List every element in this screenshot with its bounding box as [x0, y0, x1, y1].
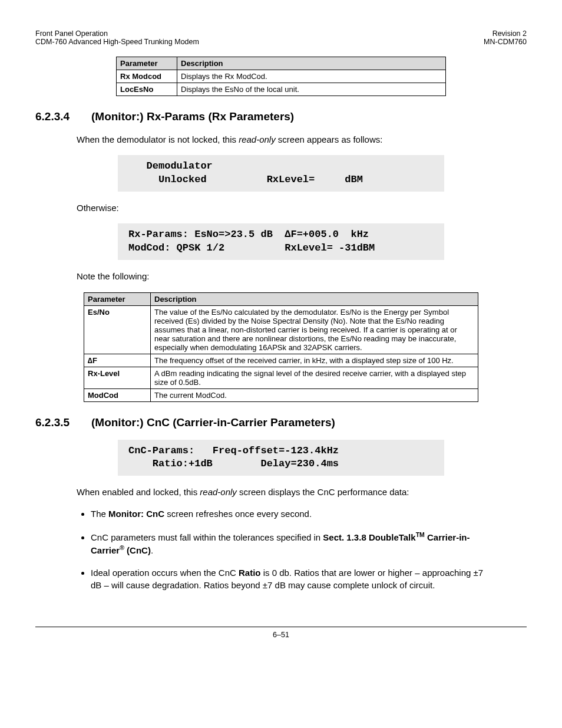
table-row: ModCod The current ModCod. — [84, 388, 478, 401]
paragraph: When enabled and locked, this read-only … — [77, 486, 527, 498]
page-footer: 6–51 — [35, 627, 527, 639]
param-name: Rx-Level — [84, 367, 151, 388]
page-number: 6–51 — [273, 631, 289, 639]
header-section: Front Panel Operation — [35, 29, 108, 38]
page-header: Front Panel Operation CDM-760 Advanced H… — [35, 29, 527, 46]
bullet-list: The Monitor: CnC screen refreshes once e… — [77, 508, 491, 591]
param-name: ∆F — [84, 354, 151, 367]
section-title: (Monitor:) Rx-Params (Rx Parameters) — [91, 110, 294, 123]
param-desc: The frequency offset of the received car… — [151, 354, 478, 367]
header-docnum: MN-CDM760 — [484, 38, 527, 46]
table-row: Es/No The value of the Es/No calculated … — [84, 305, 478, 354]
header-right: Revision 2 MN-CDM760 — [484, 29, 527, 46]
section-number: 6.2.3.5 — [35, 416, 91, 429]
parameter-table-2: Parameter Description Es/No The value of… — [84, 292, 478, 402]
param-desc: The current ModCod. — [151, 388, 478, 401]
col-parameter: Parameter — [84, 292, 151, 305]
header-revision: Revision 2 — [492, 29, 527, 38]
table-row: Rx-Level A dBm reading indicating the si… — [84, 367, 478, 388]
header-product: CDM-760 Advanced High-Speed Trunking Mod… — [35, 38, 199, 46]
col-description: Description — [151, 292, 478, 305]
param-name: Rx Modcod — [117, 70, 177, 83]
param-name: ModCod — [84, 388, 151, 401]
table-row: ∆F The frequency offset of the received … — [84, 354, 478, 367]
col-description: Description — [177, 57, 446, 70]
section-heading-rx-params: 6.2.3.4(Monitor:) Rx-Params (Rx Paramete… — [35, 110, 527, 123]
list-item: Ideal operation occurs when the CnC Rati… — [91, 567, 491, 591]
lcd-display-rxparams: Rx-Params: EsNo=>23.5 dB ∆F=+005.0 kHz M… — [118, 223, 444, 260]
paragraph: Note the following: — [77, 271, 527, 282]
table-row: LocEsNo Displays the EsNo of the local u… — [117, 83, 446, 96]
lcd-display-cnc: CnC-Params: Freq-offset=-123.4kHz Ratio:… — [118, 440, 444, 476]
param-desc: Displays the EsNo of the local unit. — [177, 83, 446, 96]
section-title: (Monitor:) CnC (Carrier-in-Carrier Param… — [91, 416, 335, 429]
parameter-table-1: Parameter Description Rx Modcod Displays… — [116, 57, 446, 96]
paragraph: Otherwise: — [77, 202, 527, 214]
paragraph: When the demodulator is not locked, this… — [77, 134, 527, 146]
list-item: CnC parameters must fall within the tole… — [91, 531, 491, 557]
table-row: Rx Modcod Displays the Rx ModCod. — [117, 70, 446, 83]
param-desc: Displays the Rx ModCod. — [177, 70, 446, 83]
param-desc: A dBm reading indicating the signal leve… — [151, 367, 478, 388]
col-parameter: Parameter — [117, 57, 177, 70]
param-name: Es/No — [84, 305, 151, 354]
param-name: LocEsNo — [117, 83, 177, 96]
section-heading-cnc: 6.2.3.5(Monitor:) CnC (Carrier-in-Carrie… — [35, 416, 527, 429]
lcd-display-unlocked: Demodulator Unlocked RxLevel= dBM — [118, 155, 444, 192]
section-number: 6.2.3.4 — [35, 110, 91, 123]
header-left: Front Panel Operation CDM-760 Advanced H… — [35, 29, 199, 46]
list-item: The Monitor: CnC screen refreshes once e… — [91, 508, 491, 520]
param-desc: The value of the Es/No calculated by the… — [151, 305, 478, 354]
